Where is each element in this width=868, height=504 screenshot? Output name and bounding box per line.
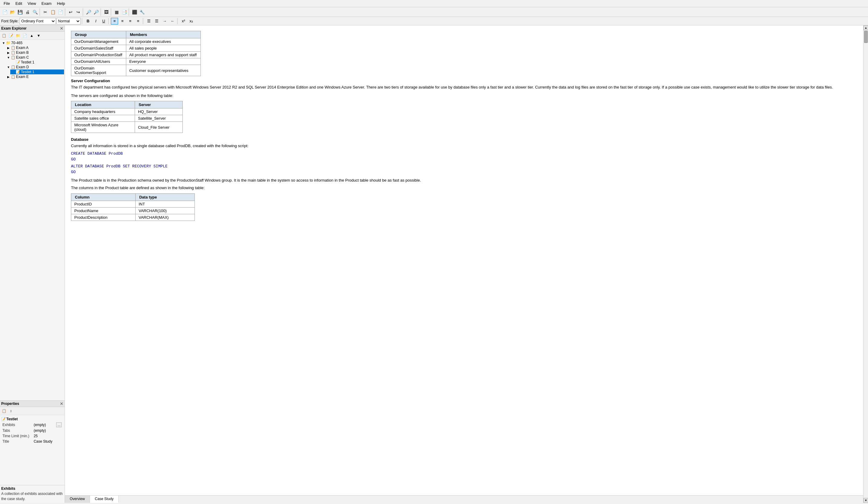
italic-button[interactable]: I [92, 18, 99, 24]
product-row-2: ProductName VARCHAR(100) [71, 207, 195, 214]
exhibits-help-desc: A collection of exhibits associated with… [1, 491, 63, 502]
servers-row2-server: Satellite_Server [135, 115, 183, 122]
preview-btn[interactable]: 🔍 [31, 9, 39, 16]
groups-row-2: OurDomain\SalesStaff All sales people [71, 45, 201, 52]
explorer-btn2[interactable]: 📝 [8, 32, 14, 39]
bottom-tabs: Overview Case Study [65, 495, 863, 503]
product-row-3: ProductDescription VARCHAR(MAX) [71, 214, 195, 220]
superscript-button[interactable]: x² [180, 18, 187, 24]
scroll-thumb[interactable] [864, 31, 868, 43]
props-row-tabs: Tabs (empty) [1, 428, 63, 433]
replace-btn[interactable]: 🔎 [92, 9, 100, 16]
explorer-btn1[interactable]: 📋 [1, 32, 7, 39]
align-center-button[interactable]: ≡ [119, 18, 126, 24]
properties-close-button[interactable]: ✕ [60, 401, 63, 406]
tree-exam-c[interactable]: ▼ 📋 Exam C [6, 55, 64, 60]
menu-file[interactable]: File [1, 1, 12, 6]
props-row-title: Title Case Study [1, 439, 63, 444]
explorer-close-button[interactable]: ✕ [60, 26, 63, 31]
tree-exam-c-testlet1[interactable]: 📝 Testlet 1 [10, 60, 64, 65]
tree-exam-d[interactable]: ▼ 📋 Exam D [6, 65, 64, 70]
props-content: 📝 Testlet Exhibits (empty) … Tabs (empty… [0, 415, 65, 445]
exam-c-expand-icon: ▼ [6, 56, 11, 59]
exam-a-expand-icon: ▶ [6, 46, 11, 50]
numbered-list-button[interactable]: ☰ [153, 18, 161, 24]
servers-row3-location: Microsoft Windows Azure(cloud) [71, 122, 135, 133]
tree-exam-b[interactable]: ▶ 📋 Exam B [6, 50, 64, 55]
props-btn1[interactable]: 📋 [1, 408, 7, 414]
explorer-title: Exam Explorer [1, 26, 27, 31]
scroll-up-button[interactable]: ▲ [864, 25, 868, 30]
d-t1-label: Testlet 1 [21, 70, 34, 74]
servers-row2-location: Satellite sales office [71, 115, 135, 122]
menu-help[interactable]: Help [55, 1, 68, 6]
font-style-select[interactable]: Normal [56, 18, 81, 24]
explorer-header: Exam Explorer ✕ [0, 25, 65, 32]
open-btn[interactable]: 📂 [9, 9, 16, 16]
tab-overview[interactable]: Overview [65, 495, 90, 503]
subscript-button[interactable]: x₂ [188, 18, 195, 24]
redo-btn[interactable]: ↪ [75, 9, 82, 16]
root-children: ▶ 📋 Exam A ▶ 📋 Exam B ▼ 📋 Exam C [1, 45, 64, 79]
tree-exam-a[interactable]: ▶ 📋 Exam A [6, 45, 64, 50]
sep4 [101, 9, 102, 16]
copy-btn[interactable]: 📋 [49, 9, 56, 16]
product-row2-type: VARCHAR(100) [135, 207, 195, 214]
table-btn[interactable]: ▦ [113, 9, 120, 16]
exam-b-expand-icon: ▶ [6, 51, 11, 54]
content-area: Group Members OurDomain\Management All c… [65, 25, 863, 503]
scroll-down-button[interactable]: ▼ [864, 498, 868, 503]
servers-row1-location: Company headquarters [71, 109, 135, 115]
props-edit-exhibits[interactable]: … [56, 422, 62, 427]
exam-b-icon: 📋 [11, 50, 16, 55]
explorer-up-button[interactable]: ▲ [28, 32, 35, 39]
new-btn[interactable]: 📄 [1, 9, 9, 16]
align-left-button[interactable]: ≡ [111, 18, 118, 24]
tab-case-study[interactable]: Case Study [90, 495, 119, 503]
props-toolbar: 📋 ↕ [0, 407, 65, 415]
explorer-down-button[interactable]: ▼ [35, 32, 42, 39]
tools-btn[interactable]: 🔧 [138, 9, 146, 16]
align-justify-button[interactable]: ≡ [134, 18, 142, 24]
product-row1-col: ProductID [71, 200, 136, 207]
undo-btn[interactable]: ↩ [67, 9, 74, 16]
servers-row-2: Satellite sales office Satellite_Server [71, 115, 183, 122]
props-label-timelimit: Time Limit (min.) [1, 433, 32, 439]
groups-row3-members: All product managers and support staff [126, 52, 200, 58]
menu-edit[interactable]: Edit [13, 1, 24, 6]
paste-btn[interactable]: 📄 [57, 9, 64, 16]
servers-table: Location Server Company headquarters HQ_… [71, 101, 183, 133]
c-t1-label: Testlet 1 [21, 60, 34, 64]
product-table: Column Data type ProductID INT ProductNa… [71, 193, 195, 221]
groups-row2-group: OurDomain\SalesStaff [71, 45, 126, 52]
block-btn[interactable]: ⬛ [131, 9, 138, 16]
content-scroll[interactable]: Group Members OurDomain\Management All c… [65, 25, 863, 495]
print-btn[interactable]: 🖨 [24, 9, 31, 16]
menu-view[interactable]: View [25, 1, 38, 6]
props-sort-btn[interactable]: ↕ [8, 408, 14, 414]
tree-exam-e[interactable]: ▶ 📋 Exam E [6, 74, 64, 79]
bullet-list-button[interactable]: ☰ [145, 18, 153, 24]
product-col-column: Column [71, 193, 136, 200]
insert-btn[interactable]: 📑 [121, 9, 128, 16]
image-btn[interactable]: 🖼 [103, 9, 110, 16]
bold-button[interactable]: B [84, 18, 92, 24]
underline-button[interactable]: U [100, 18, 107, 24]
save-btn[interactable]: 💾 [16, 9, 23, 16]
decrease-indent-button[interactable]: ← [169, 18, 176, 24]
sep1 [40, 9, 41, 16]
find-btn[interactable]: 🔎 [85, 9, 92, 16]
tree-root[interactable]: ▼ 📁 70-465 [1, 41, 64, 45]
groups-row2-members: All sales people [126, 45, 200, 52]
tree-exam-d-testlet1[interactable]: 📝 Testlet 1 [10, 70, 64, 74]
menu-exam[interactable]: Exam [39, 1, 54, 6]
cut-btn[interactable]: ✂ [42, 9, 49, 16]
font-family-select[interactable]: Ordinary Font [20, 18, 56, 24]
explorer-btn4[interactable]: 📄 [21, 32, 28, 39]
explorer-btn3[interactable]: 📁 [14, 32, 21, 39]
product-row1-type: INT [135, 200, 195, 207]
groups-row1-group: OurDomain\Management [71, 38, 126, 45]
align-right-button[interactable]: ≡ [126, 18, 134, 24]
server-config-heading: Server Configuration [71, 79, 857, 83]
increase-indent-button[interactable]: → [161, 18, 168, 24]
